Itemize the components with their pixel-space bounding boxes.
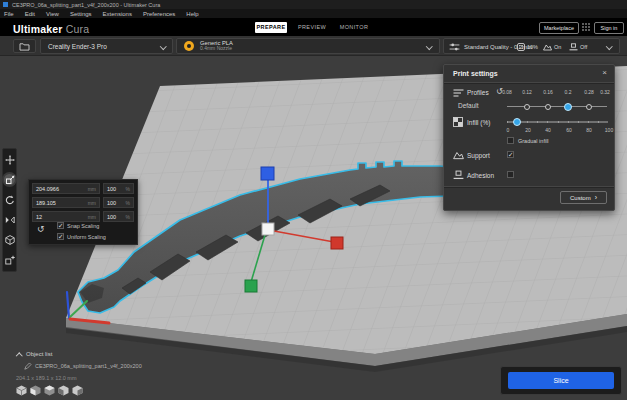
print-settings-selector[interactable]: Standard Quality - 0.2mm 10% On Off [443, 38, 620, 54]
mirror-tool-button[interactable] [4, 215, 15, 226]
tab-monitor[interactable]: MONITOR [337, 22, 371, 33]
chevron-right-icon: › [595, 194, 597, 201]
rotate-tool-button[interactable] [4, 194, 15, 205]
chevron-down-icon [160, 43, 166, 49]
infill-tick: 0 [499, 127, 517, 133]
scale-x-pct-value: 100 [107, 186, 116, 192]
gizmo-x-handle[interactable] [331, 237, 343, 249]
scale-z-mm-input[interactable]: 12 mm [32, 211, 100, 222]
profile-slider-track[interactable] [507, 106, 607, 107]
object-list-title[interactable]: Object list [26, 351, 52, 357]
print-settings-panel: Print settings × Profiles ↺ 0.08 0.12 0.… [443, 64, 615, 211]
profile-stop-020-active[interactable] [564, 103, 572, 111]
sliders-icon [449, 43, 460, 51]
tab-preview[interactable]: PREVIEW [296, 22, 328, 33]
view-front-icon[interactable] [30, 385, 41, 396]
profile-name: Default [458, 102, 479, 109]
menu-edit[interactable]: Edit [25, 11, 35, 17]
material-selector[interactable]: Generic PLA 0.4mm Nozzle [176, 38, 440, 54]
open-file-button[interactable] [13, 39, 36, 53]
printer-selector[interactable]: Creality Ender-3 Pro [40, 38, 173, 54]
titlebar: CE3PRO_06a_splitting_part1_v4f_200x200 -… [0, 0, 627, 9]
scale-x-pct-input[interactable]: 100 % [103, 183, 134, 194]
uniform-scaling-checkbox[interactable]: ✓ [57, 233, 64, 240]
menubar: File Edit View Settings Extensions Prefe… [0, 9, 627, 18]
apps-grid-icon[interactable] [582, 23, 590, 31]
gizmo-center-handle[interactable] [262, 223, 274, 235]
marketplace-button[interactable]: Marketplace [539, 22, 579, 34]
object-name[interactable]: CE3PRO_06a_splitting_part1_v4f_200x200 [35, 363, 142, 369]
profile-stop-016[interactable] [545, 104, 551, 110]
menu-help[interactable]: Help [186, 11, 198, 17]
chevron-down-icon [426, 43, 432, 49]
infill-summary: 10% [527, 44, 538, 50]
profile-stop-028[interactable] [586, 104, 592, 110]
cura-window: CE3PRO_06a_splitting_part1_v4f_200x200 -… [0, 0, 627, 400]
edit-pencil-icon [24, 362, 32, 370]
menu-file[interactable]: File [4, 11, 14, 17]
adhesion-checkbox[interactable] [507, 171, 514, 178]
menu-settings[interactable]: Settings [70, 11, 92, 17]
gradual-infill-label: Gradual infill [518, 138, 549, 144]
scale-x-mm-input[interactable]: 204.0966 mm [32, 183, 100, 194]
profile-tick: 0.32 [596, 89, 614, 95]
menu-view[interactable]: View [46, 11, 59, 17]
support-label: Support [467, 152, 490, 159]
scale-z-mm-value: 12 [36, 214, 42, 220]
close-icon[interactable]: × [602, 68, 607, 77]
infill-slider-track[interactable] [507, 121, 608, 123]
move-icon [5, 155, 15, 165]
view-left-icon[interactable] [58, 385, 69, 396]
support-icon [453, 150, 464, 160]
snap-scaling-label: Snap Scaling [67, 223, 99, 229]
tool-panel [2, 148, 17, 272]
view-presets [16, 385, 83, 396]
view-top-icon[interactable] [44, 385, 55, 396]
gradual-infill-checkbox[interactable] [507, 137, 514, 144]
scale-y-pct-input[interactable]: 100 % [103, 197, 134, 208]
menu-preferences[interactable]: Preferences [143, 11, 175, 17]
divider [444, 186, 614, 188]
move-tool-button[interactable] [4, 154, 15, 165]
unit-label: mm [88, 200, 96, 206]
slice-panel: Slice [500, 366, 622, 395]
gizmo-z-handle[interactable] [261, 167, 274, 180]
printer-name: Creality Ender-3 Pro [48, 43, 107, 50]
custom-label: Custom [570, 195, 591, 201]
print-settings-title: Print settings [453, 70, 498, 77]
per-model-settings-icon [5, 235, 15, 245]
adhesion-icon [453, 170, 464, 180]
sign-in-button[interactable]: Sign in [594, 22, 624, 34]
view-3d-icon[interactable] [16, 385, 27, 396]
per-model-settings-button[interactable] [4, 235, 15, 246]
snap-scaling-checkbox[interactable]: ✓ [57, 222, 64, 229]
menu-extensions[interactable]: Extensions [103, 11, 132, 17]
scale-tool-button[interactable] [4, 174, 15, 185]
infill-tick: 80 [580, 127, 598, 133]
adhesion-mini-icon [569, 43, 578, 51]
infill-tick: 60 [560, 127, 578, 133]
brand-logo: Ultimaker Cura [13, 23, 89, 35]
slice-button[interactable]: Slice [508, 372, 614, 389]
scale-z-pct-input[interactable]: 100 % [103, 211, 134, 222]
profile-tick: 0.16 [539, 89, 557, 95]
scale-y-mm-input[interactable]: 189.105 mm [32, 197, 100, 208]
profile-stop-012[interactable] [524, 104, 530, 110]
infill-slider-handle[interactable] [513, 118, 521, 126]
profiles-label: Profiles [467, 89, 489, 96]
support-blocker-button[interactable] [4, 255, 15, 266]
profile-tick: 0.2 [559, 89, 577, 95]
reset-scale-icon[interactable]: ↺ [37, 224, 45, 234]
nozzle-size: 0.4mm Nozzle [200, 46, 233, 52]
profile-tick: 0.08 [498, 89, 516, 95]
scale-x-mm-value: 204.0966 [36, 186, 59, 192]
view-right-icon[interactable] [72, 385, 83, 396]
adhesion-label: Adhesion [467, 172, 494, 179]
gizmo-y-handle[interactable] [245, 280, 257, 292]
custom-settings-button[interactable]: Custom › [560, 191, 607, 204]
object-list-panel: Object list CE3PRO_06a_splitting_part1_v… [14, 350, 214, 384]
chevron-up-icon[interactable] [16, 353, 22, 359]
unit-label: % [126, 186, 130, 192]
support-checkbox[interactable]: ✓ [507, 151, 514, 158]
tab-prepare[interactable]: PREPARE [255, 22, 287, 33]
